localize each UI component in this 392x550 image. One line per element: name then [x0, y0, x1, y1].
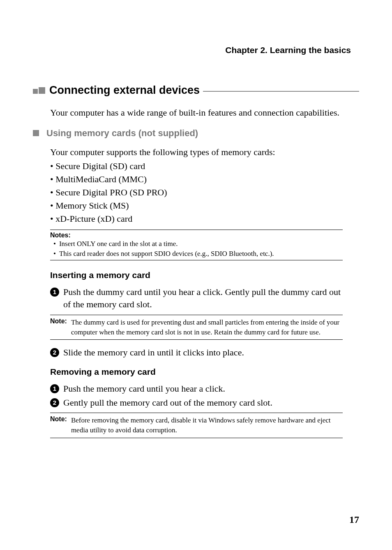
step-item: 1 Push the memory card until you hear a … — [50, 383, 343, 395]
step-number-icon: 1 — [50, 288, 59, 297]
note-label: Note: — [50, 318, 67, 337]
list-item: Secure Digital (SD) card — [50, 160, 359, 173]
list-item: Secure Digital PRO (SD PRO) — [50, 186, 359, 199]
removing-title: Removing a memory card — [50, 367, 359, 377]
step-text: Push the dummy card until you hear a cli… — [63, 286, 343, 310]
note-text: Insert ONLY one card in the slot at a ti… — [59, 239, 178, 249]
subsection-bullet-icon — [33, 130, 39, 136]
section-title: Connecting external devices — [49, 84, 200, 97]
step-text: Gently pull the memory card out of the m… — [63, 397, 272, 409]
note-label: Note: — [50, 415, 67, 435]
note-block: Note: The dummy card is used for prevent… — [50, 315, 343, 340]
removing-steps: 1 Push the memory card until you hear a … — [50, 383, 343, 408]
list-item: xD-Picture (xD) card — [50, 212, 359, 225]
list-item: MultiMediaCard (MMC) — [50, 173, 359, 186]
step-item: 1 Push the dummy card until you hear a c… — [50, 286, 343, 310]
notes-label: Notes: — [50, 232, 343, 239]
note-text: The dummy card is used for preventing du… — [71, 318, 343, 337]
chapter-header: Chapter 2. Learning the basics — [33, 45, 359, 55]
subsection-row: Using memory cards (not supplied) — [33, 128, 359, 139]
inserting-steps-cont: 2 Slide the memory card in until it clic… — [50, 346, 343, 359]
step-number-icon: 2 — [50, 348, 59, 357]
inserting-steps: 1 Push the dummy card until you hear a c… — [50, 286, 343, 310]
list-item: Memory Stick (MS) — [50, 199, 359, 212]
inserting-title: Inserting a memory card — [50, 270, 359, 280]
memory-cards-intro: Your computer supports the following typ… — [50, 146, 359, 158]
section-title-row: Connecting external devices — [33, 84, 359, 97]
note-text: This card reader does not support SDIO d… — [59, 249, 274, 259]
step-text: Push the memory card until you hear a cl… — [63, 383, 225, 395]
note-text: Before removing the memory card, disable… — [71, 415, 343, 435]
page-number: 17 — [349, 514, 359, 525]
step-item: 2 Slide the memory card in until it clic… — [50, 346, 343, 359]
memory-cards-list: Secure Digital (SD) card MultiMediaCard … — [50, 160, 359, 225]
note-item: •Insert ONLY one card in the slot at a t… — [53, 239, 343, 249]
section-rule — [203, 91, 359, 92]
note-block: Note: Before removing the memory card, d… — [50, 413, 343, 438]
step-number-icon: 2 — [50, 398, 59, 407]
step-number-icon: 1 — [50, 384, 59, 393]
step-item: 2 Gently pull the memory card out of the… — [50, 397, 343, 409]
step-text: Slide the memory card in until it clicks… — [63, 346, 244, 359]
note-item: •This card reader does not support SDIO … — [53, 249, 343, 259]
section-bullet-icon — [33, 87, 45, 94]
section-intro: Your computer has a wide range of built-… — [50, 107, 359, 119]
notes-block: Notes: •Insert ONLY one card in the slot… — [50, 230, 343, 261]
subsection-title: Using memory cards (not supplied) — [46, 128, 198, 139]
